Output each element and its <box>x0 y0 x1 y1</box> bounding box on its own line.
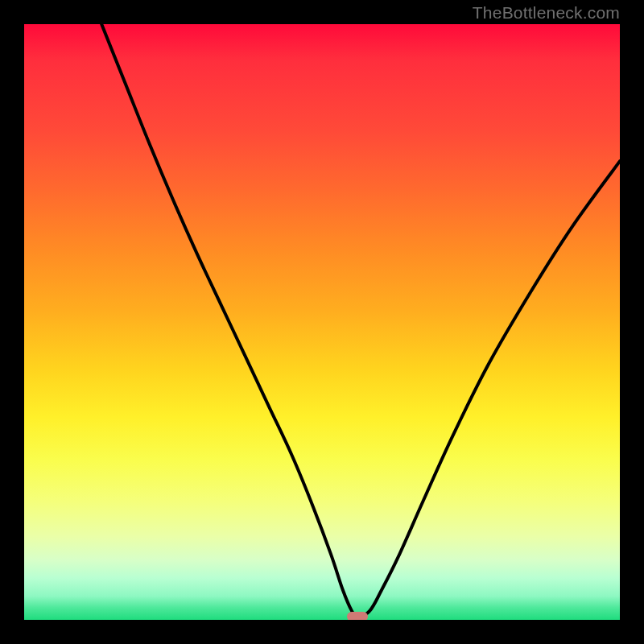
watermark-text: TheBottleneck.com <box>473 3 620 23</box>
chart-frame: TheBottleneck.com <box>0 0 644 644</box>
optimal-point-marker <box>347 612 368 620</box>
plot-area <box>24 24 620 620</box>
bottleneck-curve <box>24 24 620 620</box>
